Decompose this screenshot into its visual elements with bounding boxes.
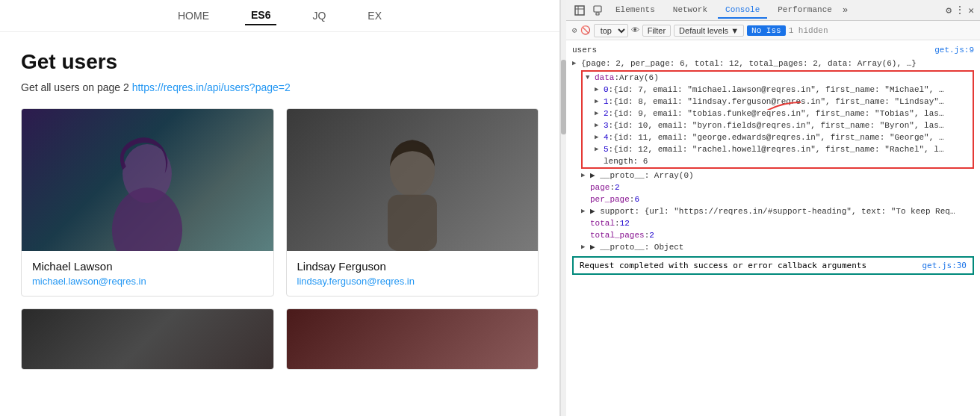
console-users-label: users [572, 44, 602, 56]
success-message-text: Request completed with success or error … [580, 261, 866, 270]
console-users-line: users get.js:9 [566, 43, 980, 58]
context-selector[interactable]: top [594, 24, 628, 37]
entry-1-line[interactable]: ▶ 1 : {id: 8, email: "lindsay.ferguson@r… [583, 96, 973, 108]
tree-root-line[interactable]: ▶ {page: 2, per_page: 6, total: 12, tota… [566, 58, 980, 69]
tab-performance[interactable]: Performance [770, 2, 840, 19]
console-output: users get.js:9 ▶ {page: 2, per_page: 6, … [566, 40, 980, 416]
left-scrollbar[interactable] [560, 0, 566, 416]
nav-es6[interactable]: ES6 [245, 6, 276, 25]
scrollbar-thumb[interactable] [561, 60, 566, 134]
entry-0-line[interactable]: ▶ 0 : {id: 7, email: "michael.lawson@req… [583, 84, 973, 96]
per-page-line: per_page : 6 [566, 193, 980, 205]
nav-jq[interactable]: JQ [306, 7, 332, 25]
execute-icon[interactable]: ⊘ [572, 25, 577, 35]
total-pages-line: total_pages : 2 [566, 229, 980, 241]
left-panel: HOME ES6 JQ EX Get users Get all users o… [0, 0, 560, 416]
user-card-4 [286, 308, 539, 370]
data-highlight-box: ▼ data : Array(6) ▶ 0 : {id: 7, email: "… [581, 70, 974, 169]
user-card-2: Lindsay Ferguson lindsay.ferguson@reqres… [286, 108, 539, 297]
support-line[interactable]: ▶ ▶ support: {url: "https://reqres.in/#s… [566, 205, 980, 217]
svg-rect-4 [575, 6, 584, 15]
more-tabs-icon[interactable]: » [843, 5, 848, 16]
devtools-panel: Elements Network Console Performance » ⚙… [566, 0, 980, 416]
user-image-3 [22, 309, 273, 369]
log-levels-button[interactable]: Default levels ▼ [674, 25, 744, 37]
tab-elements[interactable]: Elements [608, 2, 663, 19]
data-array-line[interactable]: ▼ data : Array(6) [583, 72, 973, 84]
user-card-info-2: Lindsay Ferguson lindsay.ferguson@reqres… [287, 251, 539, 296]
devtools-topbar: Elements Network Console Performance » ⚙… [566, 0, 980, 21]
success-link[interactable]: get.js:30 [922, 261, 967, 270]
user-grid: Michael Lawson michael.lawson@reqres.in [21, 108, 539, 370]
entry-2-line[interactable]: ▶ 2 : {id: 9, email: "tobias.funke@reqre… [583, 108, 973, 119]
nav-ex[interactable]: EX [362, 7, 388, 25]
tab-network[interactable]: Network [666, 2, 715, 19]
device-toolbar-icon[interactable] [590, 3, 605, 18]
filter-button[interactable]: Filter [642, 25, 671, 37]
more-options-icon[interactable]: ⋮ [955, 4, 965, 16]
clear-console-icon[interactable]: 🚫 [580, 25, 591, 35]
silhouette-2 [368, 131, 457, 251]
content-area: Get users Get all users on page 2 https:… [0, 32, 559, 416]
user-image-2 [287, 109, 539, 251]
user-card: Michael Lawson michael.lawson@reqres.in [21, 108, 274, 297]
svg-point-1 [112, 187, 182, 251]
svg-rect-5 [594, 6, 601, 12]
live-expression-icon[interactable]: 👁 [631, 25, 639, 35]
inspect-element-icon[interactable] [572, 3, 587, 18]
console-users-link[interactable]: get.js:9 [934, 44, 974, 56]
user-email-2: lindsay.ferguson@reqres.in [297, 276, 528, 287]
nav-bar: HOME ES6 JQ EX [0, 0, 559, 32]
user-card-info-1: Michael Lawson michael.lawson@reqres.in [22, 251, 273, 296]
page-line: page : 2 [566, 181, 980, 193]
close-devtools-icon[interactable]: ✕ [968, 4, 974, 16]
user-name-1: Michael Lawson [32, 260, 263, 273]
svg-rect-3 [388, 195, 437, 251]
proto-array-line[interactable]: ▶ ▶ __proto__: Array(0) [566, 170, 980, 181]
nav-home[interactable]: HOME [172, 7, 215, 25]
length-line: length: 6 [583, 155, 973, 167]
entry-4-line[interactable]: ▶ 4 : {id: 11, email: "george.edwards@re… [583, 131, 973, 143]
user-image-1 [22, 109, 273, 251]
devtools-secondbar: ⊘ 🚫 top 👁 Filter Default levels ▼ No Iss… [566, 21, 980, 40]
total-line: total : 12 [566, 217, 980, 229]
proto-object-line[interactable]: ▶ ▶ __proto__: Object [566, 241, 980, 253]
tree-root-value: {page: 2, per_page: 6, total: 12, total_… [581, 58, 917, 69]
settings-icon[interactable]: ⚙ [946, 4, 952, 16]
user-image-4 [287, 309, 539, 369]
entry-3-line[interactable]: ▶ 3 : {id: 10, email: "byron.fields@reqr… [583, 119, 973, 131]
user-email-1: michael.lawson@reqres.in [32, 276, 263, 287]
user-name-2: Lindsay Ferguson [297, 260, 528, 273]
user-card-3 [21, 308, 274, 370]
success-message-box: Request completed with success or error … [572, 256, 974, 275]
entry-5-line[interactable]: ▶ 5 : {id: 12, email: "rachel.howell@req… [583, 143, 973, 155]
no-issues-badge[interactable]: No Iss [747, 25, 786, 36]
api-link[interactable]: https://reqres.in/api/users?page=2 [132, 81, 291, 93]
silhouette-1 [102, 131, 192, 251]
page-description: Get all users on page 2 https://reqres.i… [21, 81, 539, 93]
page-title: Get users [21, 50, 539, 74]
svg-rect-6 [596, 13, 599, 15]
tab-console[interactable]: Console [718, 2, 767, 19]
hidden-count: 1 hidden [789, 26, 828, 35]
